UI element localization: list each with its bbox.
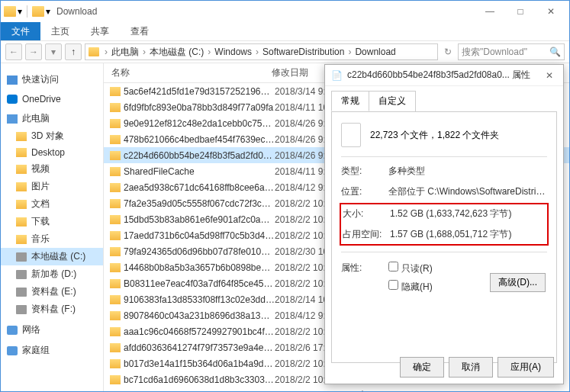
toolbar: ← → ▾ ↑ › 此电脑› 本地磁盘 (C:)› Windows› Softw…	[1, 40, 569, 63]
sidebar-item[interactable]: 文档	[1, 195, 103, 213]
folder-icon	[110, 375, 121, 384]
folder-icon	[110, 279, 121, 288]
disk-value: 1.57 GB (1,688,051,712 字节)	[390, 228, 546, 241]
sidebar-network[interactable]: 网络	[1, 321, 103, 339]
folder-icon	[32, 6, 44, 17]
up-button[interactable]: ↑	[65, 43, 82, 60]
file-row[interactable]: d953a9d0a75878c5f01fef6a197550a9...2018/…	[104, 387, 569, 391]
folder-icon: 📄	[331, 70, 343, 81]
qat-dropdown-icon[interactable]: ▾	[46, 6, 50, 17]
maximize-button[interactable]: □	[505, 2, 536, 21]
tab-custom[interactable]: 自定义	[369, 91, 416, 111]
titlebar: ▾ ▾ Download — □ ✕	[1, 1, 569, 22]
sidebar-item[interactable]: 3D 对象	[1, 127, 103, 145]
sidebar-item[interactable]: 音乐	[1, 230, 103, 248]
window-title: Download	[56, 6, 97, 17]
crumb[interactable]: SoftwareDistribution	[262, 47, 344, 57]
sidebar-item[interactable]: 下载	[1, 213, 103, 230]
folder-icon	[110, 151, 121, 160]
sidebar-item[interactable]: Desktop	[1, 145, 103, 160]
refresh-icon[interactable]: ↻	[441, 47, 455, 57]
properties-dialog: 📄 c22b4d660bb54be24f8b3f5ad2fd08a0... 属性…	[324, 64, 564, 384]
folder-icon	[110, 87, 121, 96]
tab-view[interactable]: 查看	[120, 22, 159, 40]
folder-icon	[110, 263, 121, 272]
history-button[interactable]: ▾	[45, 43, 62, 60]
folder-icon	[110, 247, 121, 256]
folder-icon	[110, 391, 121, 392]
tab-general[interactable]: 常规	[331, 91, 369, 111]
sidebar-item[interactable]: 图片	[1, 178, 103, 195]
folder-icon	[110, 119, 121, 128]
sidebar-item[interactable]: 资料盘 (E:)	[1, 283, 103, 300]
folder-icon	[4, 6, 16, 17]
document-icon	[341, 123, 361, 147]
folder-icon	[110, 103, 121, 112]
sidebar-homegroup[interactable]: 家庭组	[1, 342, 103, 359]
forward-button[interactable]: →	[25, 43, 42, 60]
ribbon-tabs: 文件 主页 共享 查看	[1, 22, 569, 40]
crumb[interactable]: 本地磁盘 (C:)	[150, 46, 204, 59]
folder-icon	[110, 135, 121, 144]
folder-icon	[89, 47, 99, 56]
ok-button[interactable]: 确定	[400, 357, 444, 378]
crumb[interactable]: 此电脑	[111, 46, 139, 59]
sidebar-quick-access[interactable]: 快速访问	[1, 71, 103, 88]
folder-icon	[110, 295, 121, 304]
apply-button[interactable]: 应用(A)	[498, 357, 554, 378]
folder-icon	[110, 359, 121, 368]
sidebar: 快速访问 OneDrive 此电脑 3D 对象Desktop视频图片文档下载音乐…	[1, 63, 104, 391]
type-value: 多种类型	[388, 165, 547, 178]
search-icon: 🔍	[549, 47, 561, 57]
minimize-button[interactable]: —	[475, 2, 505, 21]
tab-home[interactable]: 主页	[40, 22, 80, 40]
tab-file[interactable]: 文件	[1, 22, 40, 40]
folder-icon	[110, 311, 121, 320]
size-value: 1.52 GB (1,633,742,623 字节)	[390, 207, 546, 220]
folder-icon	[110, 183, 121, 192]
close-icon[interactable]: ✕	[542, 70, 557, 81]
search-input[interactable]: 搜索"Download" 🔍	[458, 43, 565, 60]
tab-share[interactable]: 共享	[80, 22, 120, 40]
sidebar-item[interactable]: 新加卷 (D:)	[1, 265, 103, 283]
sidebar-item[interactable]: 视频	[1, 160, 103, 178]
dialog-title: c22b4d660bb54be24f8b3f5ad2fd08a0... 属性	[347, 69, 542, 82]
crumb[interactable]: Download	[355, 47, 395, 57]
sidebar-item[interactable]: 本地磁盘 (C:)	[1, 248, 103, 265]
folder-icon	[110, 199, 121, 208]
close-button[interactable]: ✕	[536, 2, 566, 21]
sidebar-onedrive[interactable]: OneDrive	[1, 92, 103, 107]
folder-icon	[110, 215, 121, 224]
folder-icon	[110, 327, 121, 336]
sidebar-item[interactable]: 资料盘 (F:)	[1, 300, 103, 318]
back-button[interactable]: ←	[5, 43, 22, 60]
column-name[interactable]: 名称	[104, 66, 272, 79]
highlighted-size: 大小:1.52 GB (1,633,742,623 字节) 占用空间:1.57 …	[340, 203, 549, 246]
summary-text: 22,723 个文件，1,822 个文件夹	[370, 129, 499, 142]
location-value: 全部位于 C:\Windows\SoftwareDistribution\Dow…	[388, 185, 547, 198]
crumb[interactable]: Windows	[214, 47, 252, 57]
sidebar-thispc[interactable]: 此电脑	[1, 110, 103, 127]
dropdown-icon[interactable]: ▾	[18, 6, 22, 17]
advanced-button[interactable]: 高级(D)...	[490, 273, 546, 292]
breadcrumb[interactable]: › 此电脑› 本地磁盘 (C:)› Windows› SoftwareDistr…	[85, 43, 438, 60]
folder-icon	[110, 231, 121, 240]
cancel-button[interactable]: 取消	[449, 357, 493, 378]
folder-icon	[110, 167, 121, 176]
folder-icon	[110, 343, 121, 352]
